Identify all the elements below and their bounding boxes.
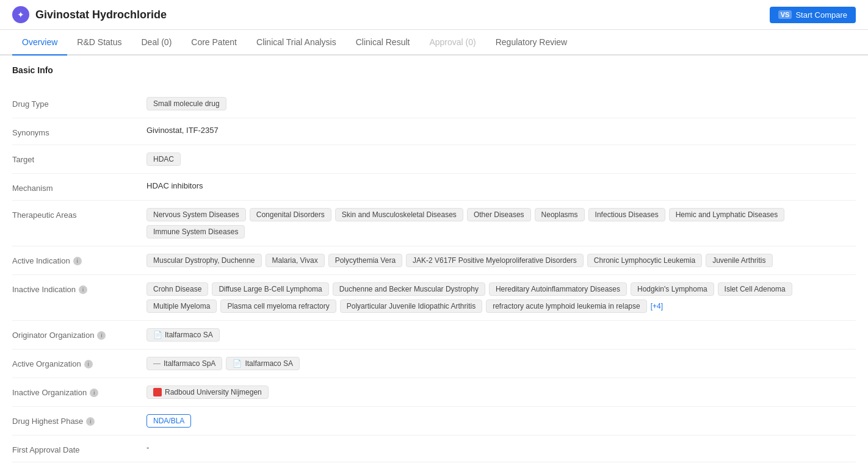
drug-highest-phase-row: Drug Highest Phase i NDA/BLA	[12, 407, 856, 436]
tab-approval: Approval (0)	[419, 30, 485, 56]
active-indication-row: Active Indication i Muscular Dystrophy, …	[12, 246, 856, 275]
inactive-indication-tag[interactable]: refractory acute lymphoid leukemia in re…	[486, 299, 646, 313]
inactive-org-label: Inactive Organization i	[12, 385, 146, 397]
active-org-value: —Italfarmaco SpA📄Italfarmaco SA	[146, 357, 856, 370]
therapeutic-areas-label: Therapeutic Areas	[12, 208, 146, 220]
tab-clinical-trial[interactable]: Clinical Trial Analysis	[247, 30, 346, 56]
tab-rd-status[interactable]: R&D Status	[67, 30, 131, 56]
target-value: HDAC	[146, 152, 856, 166]
first-approval-date-text: -	[146, 443, 149, 452]
synonyms-row: Synonyms Givinostat, ITF-2357	[12, 118, 856, 145]
inactive-indication-tag[interactable]: Islet Cell Adenoma	[718, 282, 792, 296]
inactive-org-badge[interactable]: Radboud University Nijmegen	[146, 385, 269, 399]
therapeutic-area-tag[interactable]: Congenital Disorders	[250, 208, 331, 221]
target-row: Target HDAC	[12, 145, 856, 174]
inactive-indication-label: Inactive Indication i	[12, 282, 146, 294]
active-org-badge[interactable]: —Italfarmaco SpA	[146, 357, 222, 370]
mechanism-value: HDAC inhibitors	[146, 181, 856, 190]
tab-overview[interactable]: Overview	[12, 30, 67, 56]
active-indication-tag[interactable]: Muscular Dystrophy, Duchenne	[146, 254, 262, 267]
drug-type-value: Small molecule drug	[146, 97, 856, 110]
drug-highest-phase-info-icon[interactable]: i	[86, 417, 95, 426]
therapeutic-area-tag[interactable]: Infectious Diseases	[588, 208, 665, 221]
therapeutic-area-tag[interactable]: Other Diseases	[467, 208, 531, 221]
first-approval-date-label: First Approval Date	[12, 443, 146, 454]
first-approval-date-row: First Approval Date -	[12, 436, 856, 462]
header-left: ✦ Givinostat Hydrochloride	[12, 6, 167, 23]
app-logo-icon: ✦	[12, 6, 29, 23]
mechanism-text: HDAC inhibitors	[146, 181, 203, 190]
therapeutic-area-tag[interactable]: Immune System Diseases	[146, 225, 245, 238]
inactive-indication-tag[interactable]: Hodgkin's Lymphoma	[631, 282, 714, 296]
inactive-indication-value: Crohn DiseaseDiffuse Large B-Cell Lympho…	[146, 282, 856, 313]
tab-clinical-result[interactable]: Clinical Result	[346, 30, 420, 56]
start-compare-button[interactable]: VS Start Compare	[770, 7, 856, 23]
drug-highest-phase-value: NDA/BLA	[146, 414, 856, 428]
drug-type-tag[interactable]: Small molecule drug	[146, 97, 226, 110]
inactive-org-row: Inactive Organization i Radboud Universi…	[12, 378, 856, 407]
inactive-indication-tag[interactable]: Diffuse Large B-Cell Lymphoma	[212, 282, 328, 296]
originator-org-badge[interactable]: 📄Italfarmaco SA	[146, 328, 220, 342]
active-indication-value: Muscular Dystrophy, DuchenneMalaria, Viv…	[146, 254, 856, 267]
therapeutic-area-tag[interactable]: Neoplasms	[535, 208, 585, 221]
active-indication-tag[interactable]: Polycythemia Vera	[328, 254, 402, 267]
active-indication-tag[interactable]: Malaria, Vivax	[266, 254, 325, 267]
drug-type-label: Drug Type	[12, 97, 146, 109]
first-approval-date-value: -	[146, 443, 856, 452]
active-indication-tag[interactable]: Juvenile Arthritis	[706, 254, 772, 267]
vs-badge: VS	[778, 10, 792, 19]
inactive-indication-tag[interactable]: Hereditary Autoinflammatory Diseases	[489, 282, 627, 296]
org-icon: 📄	[233, 359, 242, 368]
active-indication-tag[interactable]: JAK-2 V617F Positive Myeloproliferative …	[406, 254, 584, 267]
tab-core-patent[interactable]: Core Patent	[181, 30, 247, 56]
inactive-indication-tag[interactable]: Duchenne and Becker Muscular Dystrophy	[333, 282, 485, 296]
inactive-indication-row: Inactive Indication i Crohn DiseaseDiffu…	[12, 275, 856, 321]
target-label: Target	[12, 152, 146, 164]
basic-info-title: Basic Info	[12, 65, 856, 80]
therapeutic-area-tag[interactable]: Nervous System Diseases	[146, 208, 246, 221]
tab-deal[interactable]: Deal (0)	[132, 30, 182, 56]
inactive-org-info-icon[interactable]: i	[90, 389, 98, 397]
drug-highest-phase-label: Drug Highest Phase i	[12, 414, 146, 426]
therapeutic-areas-value: Nervous System DiseasesCongenital Disord…	[146, 208, 856, 238]
synonyms-label: Synonyms	[12, 126, 146, 137]
mechanism-row: Mechanism HDAC inhibitors	[12, 174, 856, 201]
originator-org-value: 📄Italfarmaco SA	[146, 328, 856, 342]
active-org-row: Active Organization i —Italfarmaco SpA📄I…	[12, 349, 856, 378]
therapeutic-area-tag[interactable]: Hemic and Lymphatic Diseases	[669, 208, 785, 221]
mechanism-label: Mechanism	[12, 181, 146, 193]
header: ✦ Givinostat Hydrochloride VS Start Comp…	[0, 0, 868, 30]
org-doc-icon: 📄	[153, 331, 162, 339]
synonyms-value: Givinostat, ITF-2357	[146, 126, 856, 135]
inactive-org-value: Radboud University Nijmegen	[146, 385, 856, 399]
active-indication-info-icon[interactable]: i	[73, 257, 82, 265]
org-red-icon	[153, 388, 162, 396]
originator-org-row: Originator Organization i 📄Italfarmaco S…	[12, 321, 856, 349]
therapeutic-areas-row: Therapeutic Areas Nervous System Disease…	[12, 201, 856, 246]
active-org-badge[interactable]: 📄Italfarmaco SA	[226, 357, 300, 370]
active-org-info-icon[interactable]: i	[84, 360, 93, 368]
content-area: Basic Info Drug Type Small molecule drug…	[0, 56, 868, 466]
synonyms-text: Givinostat, ITF-2357	[146, 126, 219, 135]
inactive-indication-tag[interactable]: Multiple Myeloma	[146, 299, 217, 313]
inactive-indication-tag[interactable]: Crohn Disease	[146, 282, 208, 296]
start-compare-label: Start Compare	[795, 10, 847, 20]
drug-name: Givinostat Hydrochloride	[35, 9, 167, 21]
inactive-indication-info-icon[interactable]: i	[79, 285, 87, 294]
drug-type-row: Drug Type Small molecule drug	[12, 90, 856, 118]
target-tag[interactable]: HDAC	[146, 152, 181, 166]
therapeutic-area-tag[interactable]: Skin and Musculoskeletal Diseases	[335, 208, 463, 221]
inactive-indication-tag[interactable]: Plasma cell myeloma refractory	[220, 299, 336, 313]
active-indication-label: Active Indication i	[12, 254, 146, 265]
originator-org-info-icon[interactable]: i	[97, 331, 106, 340]
active-indication-tag[interactable]: Chronic Lymphocytic Leukemia	[587, 254, 702, 267]
nav-tabs: Overview R&D Status Deal (0) Core Patent…	[0, 30, 868, 56]
inactive-indication-tag[interactable]: Polyarticular Juvenile Idiopathic Arthri…	[340, 299, 482, 313]
active-org-label: Active Organization i	[12, 357, 146, 368]
org-icon: —	[153, 359, 161, 368]
inactive-indication-more-link[interactable]: [+4]	[651, 302, 663, 310]
tab-regulatory-review[interactable]: Regulatory Review	[486, 30, 577, 56]
originator-org-label: Originator Organization i	[12, 328, 146, 340]
drug-highest-phase-tag[interactable]: NDA/BLA	[146, 414, 191, 428]
